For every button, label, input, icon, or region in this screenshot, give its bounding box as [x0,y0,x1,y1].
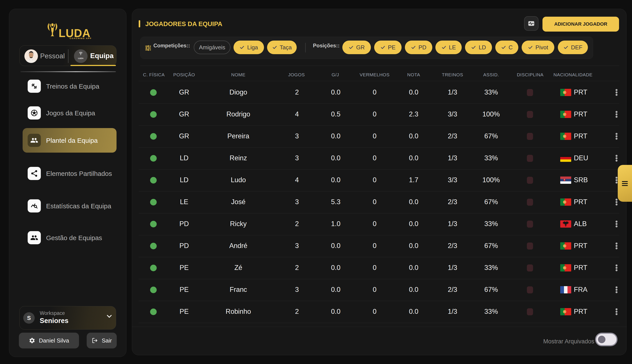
svg-text:COACHING APP: COACHING APP [70,37,92,40]
svg-text:······: ······ [80,59,82,60]
svg-text:LUDA: LUDA [78,57,84,60]
